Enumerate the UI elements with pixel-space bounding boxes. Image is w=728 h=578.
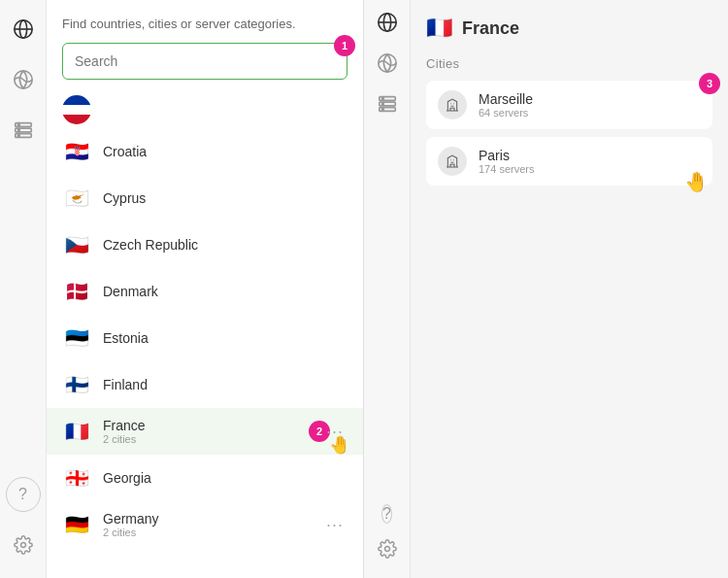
marseille-servers: 64 servers xyxy=(479,107,701,119)
right-sidebar: ? xyxy=(364,0,411,578)
germany-more-options-button[interactable]: ··· xyxy=(322,511,347,539)
flag-icon xyxy=(62,95,91,124)
flag-cyprus-icon: 🇨🇾 xyxy=(62,184,91,213)
country-info: Estonia xyxy=(103,330,347,346)
list-item[interactable]: 🇪🇪 Estonia xyxy=(47,315,363,361)
country-header-name: France xyxy=(462,18,519,39)
marseille-city-info: Marseille 64 servers xyxy=(479,91,701,119)
svg-point-9 xyxy=(17,135,19,137)
paris-city-icon xyxy=(438,147,467,176)
flag-croatia-icon: 🇭🇷 xyxy=(62,137,91,166)
country-header-flag: 🇫🇷 xyxy=(426,16,452,41)
left-sidebar: ? xyxy=(0,0,47,578)
flag-germany-icon: 🇩🇪 xyxy=(62,510,91,539)
cities-label: Cities xyxy=(426,56,712,71)
search-input[interactable] xyxy=(62,43,347,80)
paris-name: Paris xyxy=(479,148,701,163)
country-name: Georgia xyxy=(103,470,347,486)
france-cities-count: 2 cities xyxy=(103,433,322,445)
svg-point-7 xyxy=(17,124,19,126)
list-item[interactable]: 🇨🇿 Czech Republic xyxy=(47,221,363,268)
list-item[interactable]: 🇫🇮 Finland xyxy=(47,361,363,408)
country-info: Germany 2 cities xyxy=(103,511,322,538)
list-item[interactable]: 🇭🇷 Croatia xyxy=(47,128,363,175)
france-country-name: France xyxy=(103,418,322,433)
settings-icon[interactable] xyxy=(6,527,41,562)
paris-city-item[interactable]: Paris 174 servers 🤚 xyxy=(426,137,712,186)
globe-world-icon[interactable] xyxy=(6,12,41,47)
list-item[interactable]: 🇨🇾 Cyprus xyxy=(47,175,363,221)
paris-cursor-hand-icon: 🤚 xyxy=(684,170,709,193)
france-country-info: France 2 cities xyxy=(103,418,322,445)
flag-georgia-icon: 🇬🇪 xyxy=(62,463,91,493)
svg-point-10 xyxy=(20,543,25,548)
marseille-city-icon xyxy=(438,90,467,119)
country-name: Czech Republic xyxy=(103,237,347,253)
svg-point-21 xyxy=(384,547,389,552)
search-area: Find countries, cities or server categor… xyxy=(47,0,363,87)
country-info: Croatia xyxy=(103,144,347,159)
hint-text: Find countries, cities or server categor… xyxy=(62,16,347,33)
svg-point-19 xyxy=(381,103,383,105)
right-settings-icon[interactable] xyxy=(378,539,397,562)
country-info: Finland xyxy=(103,377,347,392)
paris-city-info: Paris 174 servers xyxy=(479,148,701,175)
marseille-city-item[interactable]: Marseille 64 servers 3 xyxy=(426,81,712,129)
badge-3: 3 xyxy=(699,73,720,94)
flag-denmark-icon: 🇩🇰 xyxy=(62,277,91,306)
right-globe-alt-icon[interactable] xyxy=(377,52,398,78)
country-name: Estonia xyxy=(103,330,347,346)
list-item[interactable]: 🇬🇪 Georgia xyxy=(47,455,363,501)
country-name: Denmark xyxy=(103,284,347,299)
right-panel: ? 🇫🇷 France Cities xyxy=(364,0,728,578)
svg-point-8 xyxy=(17,129,19,131)
left-content: Find countries, cities or server categor… xyxy=(47,0,363,578)
right-content: 🇫🇷 France Cities Marseille 64 servers 3 xyxy=(411,0,728,578)
badge-1: 1 xyxy=(334,35,355,56)
list-item[interactable]: 🇩🇰 Denmark xyxy=(47,268,363,315)
globe-alt-icon[interactable] xyxy=(6,62,41,97)
country-list: 🇭🇷 Croatia 🇨🇾 Cyprus 🇨🇿 Cze xyxy=(47,87,363,578)
help-icon[interactable]: ? xyxy=(6,477,41,512)
right-globe-world-icon[interactable] xyxy=(377,12,398,37)
country-header: 🇫🇷 France xyxy=(426,16,712,41)
cursor-hand-icon: 🤚 xyxy=(329,434,351,456)
right-help-icon[interactable]: ? xyxy=(381,504,392,524)
search-box: 1 xyxy=(62,43,347,80)
list-item[interactable] xyxy=(47,91,363,128)
country-info: Czech Republic xyxy=(103,237,347,253)
list-item[interactable]: 🇩🇪 Germany 2 cities ··· xyxy=(47,501,363,548)
servers-icon[interactable] xyxy=(6,113,41,148)
country-name: Cyprus xyxy=(103,190,347,206)
marseille-name: Marseille xyxy=(479,91,701,107)
country-info: Denmark xyxy=(103,284,347,299)
country-info: Cyprus xyxy=(103,190,347,206)
more-options-button[interactable]: ··· 🤚 xyxy=(322,418,347,446)
flag-france-icon: 🇫🇷 xyxy=(62,417,91,446)
flag-finland-icon: 🇫🇮 xyxy=(62,370,91,399)
paris-servers: 174 servers xyxy=(479,163,701,175)
country-name: Croatia xyxy=(103,144,347,159)
flag-estonia-icon: 🇪🇪 xyxy=(62,323,91,353)
left-panel: ? Find countries, cities or server categ… xyxy=(0,0,364,578)
country-name: Germany xyxy=(103,511,322,527)
germany-cities-count: 2 cities xyxy=(103,527,322,538)
flag-czech-icon: 🇨🇿 xyxy=(62,230,91,259)
svg-point-20 xyxy=(381,109,383,111)
france-list-item[interactable]: 🇫🇷 France 2 cities 2 ··· 🤚 xyxy=(47,408,363,455)
svg-point-18 xyxy=(381,98,383,100)
country-info: Georgia xyxy=(103,470,347,486)
country-name: Finland xyxy=(103,377,347,392)
right-servers-icon[interactable] xyxy=(377,93,398,119)
